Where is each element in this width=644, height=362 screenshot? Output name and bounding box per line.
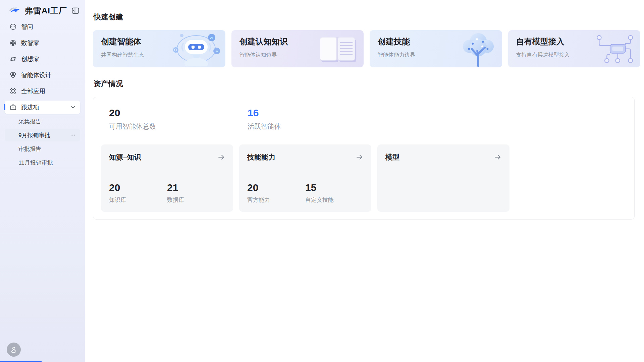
sidebar-item-label: 全部应用 — [21, 87, 45, 95]
apps-diamonds-icon — [9, 87, 17, 95]
sidebar: 弗雷AI工厂 智问 — [0, 0, 85, 362]
sidebar-subnav: 采集报告 9月报销审批 审批报告 11月报销审批 — [0, 115, 85, 169]
metric-knowledge-bases: 20 知识库 — [109, 182, 167, 204]
panel-collapse-icon — [71, 7, 79, 14]
arrow-right-icon[interactable] — [356, 154, 363, 161]
sidebar-item-shuzhijia[interactable]: 数智家 — [5, 36, 80, 50]
metric-value: 20 — [109, 182, 167, 193]
stat-label: 活跃智能体 — [248, 122, 386, 131]
metric-official-capabilities: 20 官方能力 — [247, 182, 305, 204]
sidebar-item-label: 创想家 — [21, 55, 39, 63]
circuit-nodes-illustration-icon — [595, 34, 636, 64]
sidebar-subitem-nov-reimbursement[interactable]: 11月报销审批 — [5, 156, 80, 169]
metric-label: 数据库 — [167, 196, 225, 204]
sidebar-item-label: 跟进项 — [21, 103, 39, 111]
sidebar-header: 弗雷AI工厂 — [0, 0, 85, 16]
asset-card-metrics: 20 官方能力 15 自定义技能 — [247, 182, 363, 204]
tree-illustration-icon — [459, 31, 498, 67]
skill-capability-card[interactable]: 技能能力 20 官方能力 15 自定义技能 — [239, 144, 371, 212]
sidebar-subitem-collection-report[interactable]: 采集报告 — [5, 115, 80, 128]
create-knowledge-card[interactable]: 创建认知知识 智能体认知边界 — [231, 30, 364, 67]
gear-flower-icon — [9, 39, 17, 47]
create-skill-card[interactable]: 创建技能 智能体能力边界 — [370, 30, 502, 67]
sidebar-item-label: 智能体设计 — [21, 71, 51, 79]
open-book-illustration-icon — [317, 33, 360, 65]
metric-databases: 21 数据库 — [167, 182, 225, 204]
app-window: 弗雷AI工厂 智问 — [0, 0, 644, 362]
planet-icon — [9, 55, 17, 63]
sidebar-collapse-button[interactable] — [71, 6, 80, 15]
bottom-accent-bar — [0, 361, 42, 362]
sidebar-item-label: 智问 — [21, 23, 33, 31]
create-agent-card[interactable]: 创建智能体 共同构建智慧生态 AI AI — [93, 30, 225, 67]
sidebar-subitem-sep-reimbursement[interactable]: 9月报销审批 — [5, 129, 80, 141]
more-options-icon[interactable] — [69, 132, 76, 138]
model-card[interactable]: 模型 — [377, 144, 509, 212]
briefcase-icon — [9, 104, 17, 111]
overlap-circles-icon — [9, 71, 17, 79]
assets-stats-row: 20 可用智能体总数 16 活跃智能体 — [109, 107, 627, 131]
stat-total-agents: 20 可用智能体总数 — [109, 107, 248, 131]
metric-label: 自定义技能 — [305, 196, 363, 204]
knowledge-source-card[interactable]: 知源–知识 20 知识库 21 数据库 — [101, 144, 233, 212]
sidebar-item-agent-design[interactable]: 智能体设计 — [5, 68, 80, 82]
stat-value: 20 — [109, 107, 248, 119]
arrow-right-icon[interactable] — [218, 154, 225, 161]
sidebar-item-all-apps[interactable]: 全部应用 — [5, 84, 80, 98]
stat-active-agents: 16 活跃智能体 — [248, 107, 386, 131]
asset-card-title: 技能能力 — [247, 153, 275, 162]
sidebar-subitem-label: 审批报告 — [18, 145, 41, 153]
stat-value: 16 — [248, 107, 386, 119]
sidebar-nav: 智问 数智家 创想 — [0, 20, 85, 169]
arrow-right-icon[interactable] — [494, 154, 501, 161]
sidebar-item-label: 数智家 — [21, 39, 39, 47]
metric-label: 知识库 — [109, 196, 167, 204]
chat-compass-icon — [9, 23, 17, 31]
metric-value: 20 — [247, 182, 305, 193]
assets-title: 资产情况 — [94, 79, 640, 89]
sidebar-subitem-label: 9月报销审批 — [18, 131, 50, 139]
quick-create-title: 快速创建 — [94, 12, 640, 22]
active-indicator-bar — [4, 104, 5, 110]
stat-label: 可用智能体总数 — [109, 122, 248, 131]
person-icon — [10, 346, 18, 354]
quick-create-cards: 创建智能体 共同构建智慧生态 AI AI — [93, 30, 640, 67]
sidebar-item-zhiwen[interactable]: 智问 — [5, 20, 80, 34]
chevron-down-icon[interactable] — [70, 104, 76, 110]
sidebar-subitem-label: 采集报告 — [18, 118, 41, 125]
metric-value: 15 — [305, 182, 363, 193]
app-logo-icon — [8, 5, 21, 16]
asset-card-metrics: 20 知识库 21 数据库 — [109, 182, 225, 204]
sidebar-item-follow-ups[interactable]: 跟进项 — [5, 101, 80, 114]
sidebar-subitem-label: 11月报销审批 — [18, 159, 53, 167]
sidebar-item-chuangxiangjia[interactable]: 创想家 — [5, 52, 80, 66]
assets-overview-card: 20 可用智能体总数 16 活跃智能体 知源–知识 — [93, 97, 635, 220]
asset-subcards-row: 知源–知识 20 知识库 21 数据库 — [101, 144, 627, 212]
robot-illustration-icon: AI AI — [171, 32, 221, 66]
metric-custom-skills: 15 自定义技能 — [305, 182, 363, 204]
app-title: 弗雷AI工厂 — [25, 5, 67, 16]
user-avatar[interactable] — [7, 343, 21, 357]
metric-label: 官方能力 — [247, 196, 305, 204]
own-model-access-card[interactable]: 自有模型接入 支持自有渠道模型接入 — [508, 30, 641, 67]
sidebar-subitem-approval-report[interactable]: 审批报告 — [5, 142, 80, 155]
main-content: 快速创建 创建智能体 共同构建智慧生态 AI AI — [85, 0, 644, 362]
svg-text:AI: AI — [215, 50, 218, 53]
metric-value: 21 — [167, 182, 225, 193]
asset-card-title: 知源–知识 — [109, 153, 141, 162]
svg-text:AI: AI — [210, 36, 213, 39]
sidebar-footer — [7, 343, 21, 357]
asset-card-title: 模型 — [385, 153, 399, 162]
